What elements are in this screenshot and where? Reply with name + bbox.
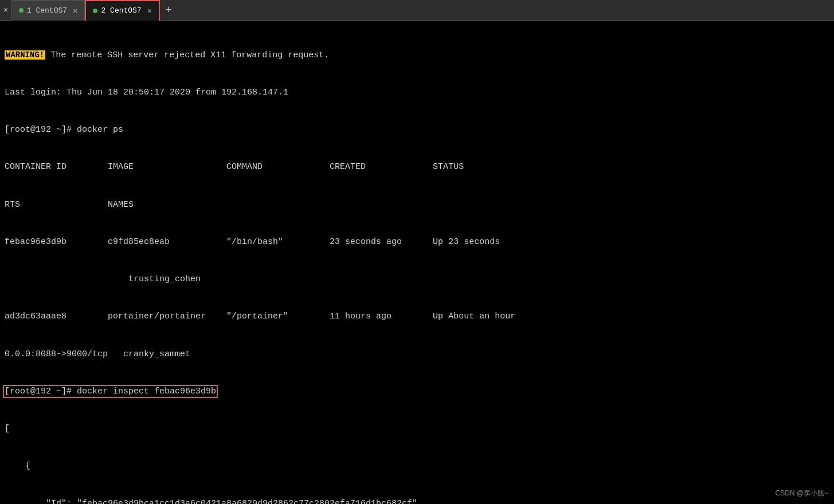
terminal-line-warning: WARNING! The remote SSH server rejected … — [5, 49, 829, 62]
terminal-line-row2-ports: 0.0.0:8088->9000/tcp cranky_sammet — [5, 348, 829, 361]
terminal-line-row1-names: trusting_cohen — [5, 273, 829, 286]
terminal-line-id: "Id": "febac96e3d9bca1cc1d3a6c0421a8a682… — [5, 498, 829, 505]
tab-label-2: 2 CentOS7 — [101, 6, 141, 15]
terminal-line-row1: febac96e3d9b c9fd85ec8eab "/bin/bash" 23… — [5, 236, 829, 249]
terminal-line-2: [root@192 ~]# docker ps — [5, 124, 829, 136]
terminal-line-1: Last login: Thu Jun 18 20:50:17 2020 fro… — [5, 86, 829, 99]
terminal-line-bracket: [ — [5, 423, 829, 435]
watermark: CSDN @李小贱~ — [775, 489, 828, 498]
tab-dot-1 — [19, 8, 24, 13]
terminal-line-row2: ad3dc63aaae8 portainer/portainer "/porta… — [5, 310, 829, 323]
tab-bar: ✕ 1 CentOS7 ✕ 2 CentOS7 ✕ + — [0, 0, 834, 21]
terminal-line-headers: CONTAINER ID IMAGE COMMAND CREATED STATU… — [5, 161, 829, 174]
warning-badge: WARNING! — [5, 50, 45, 60]
tab-label-1: 1 CentOS7 — [27, 6, 67, 15]
tab-close-1[interactable]: ✕ — [73, 6, 77, 15]
terminal-line-ports: RTS NAMES — [5, 199, 829, 211]
terminal: WARNING! The remote SSH server rejected … — [0, 21, 834, 504]
tab-close-2[interactable]: ✕ — [147, 6, 152, 15]
tab-centos7-1[interactable]: 1 CentOS7 ✕ — [11, 0, 85, 21]
tab-dot-2 — [93, 9, 97, 13]
tab-centos7-2[interactable]: 2 CentOS7 ✕ — [85, 0, 160, 21]
inspect-command-highlight: [root@192 ~]# docker inspect febac96e3d9… — [5, 387, 216, 396]
terminal-line-open: { — [5, 460, 829, 472]
add-tab-button[interactable]: + — [160, 0, 177, 21]
close-window-button[interactable]: ✕ — [0, 0, 11, 21]
terminal-line-inspect-cmd: [root@192 ~]# docker inspect febac96e3d9… — [5, 385, 829, 398]
